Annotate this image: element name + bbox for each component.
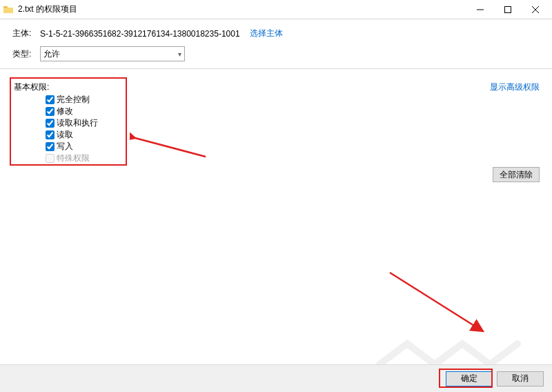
chevron-down-icon: ▾ (178, 50, 181, 58)
permission-item[interactable]: 完全控制 (46, 94, 98, 106)
permission-item[interactable]: 写入 (46, 141, 98, 153)
close-button[interactable] (522, 1, 549, 19)
maximize-button[interactable] (494, 1, 522, 19)
svg-rect-0 (505, 6, 511, 12)
select-principal-link[interactable]: 选择主体 (250, 28, 283, 39)
principal-sid: S-1-5-21-3966351682-3912176134-138001823… (40, 29, 240, 39)
permission-label: 修改 (57, 106, 73, 117)
arrow-annotation-1 (130, 133, 209, 160)
dialog-footer: 确定 取消 (0, 364, 552, 392)
permission-checkbox[interactable] (46, 130, 55, 139)
svg-line-2 (390, 273, 483, 331)
arrow-annotation-2 (386, 269, 490, 338)
main-area: 基本权限: 显示高级权限 完全控制修改读取和执行读取写入特殊权限 全部清除 (0, 69, 552, 392)
permission-item: 特殊权限 (46, 153, 98, 164)
permission-label: 完全控制 (57, 94, 90, 106)
type-row: 类型: 允许 ▾ (12, 46, 540, 61)
permission-item[interactable]: 修改 (46, 106, 98, 117)
minimize-button[interactable] (466, 1, 494, 19)
permission-checkbox (46, 154, 55, 163)
permission-checkbox[interactable] (46, 107, 55, 116)
title-bar: 2.txt 的权限项目 (0, 0, 552, 19)
ok-button[interactable]: 确定 (446, 371, 493, 386)
type-label: 类型: (12, 48, 40, 60)
cancel-button[interactable]: 取消 (497, 371, 544, 386)
permission-label: 特殊权限 (57, 153, 90, 164)
type-value: 允许 (43, 48, 60, 60)
permission-checkbox[interactable] (46, 95, 55, 104)
window-controls (466, 1, 549, 19)
permission-label: 读取和执行 (57, 117, 98, 129)
permission-label: 读取 (57, 129, 73, 141)
permission-item[interactable]: 读取和执行 (46, 117, 98, 129)
header-section: 主体: S-1-5-21-3966351682-3912176134-13800… (0, 19, 552, 69)
principal-label: 主体: (12, 28, 40, 39)
permission-item[interactable]: 读取 (46, 129, 98, 141)
permission-checkbox[interactable] (46, 142, 55, 151)
permission-checkbox[interactable] (46, 119, 55, 128)
show-advanced-link[interactable]: 显示高级权限 (490, 81, 540, 93)
principal-row: 主体: S-1-5-21-3966351682-3912176134-13800… (12, 28, 540, 39)
folder-icon (3, 4, 14, 15)
basic-permissions-title: 基本权限: (14, 81, 49, 93)
svg-line-1 (135, 138, 206, 157)
type-select[interactable]: 允许 ▾ (40, 46, 185, 61)
window-title: 2.txt 的权限项目 (18, 3, 466, 15)
clear-all-button[interactable]: 全部清除 (493, 167, 540, 182)
permissions-list: 完全控制修改读取和执行读取写入特殊权限 (46, 94, 98, 164)
permission-label: 写入 (57, 141, 73, 153)
